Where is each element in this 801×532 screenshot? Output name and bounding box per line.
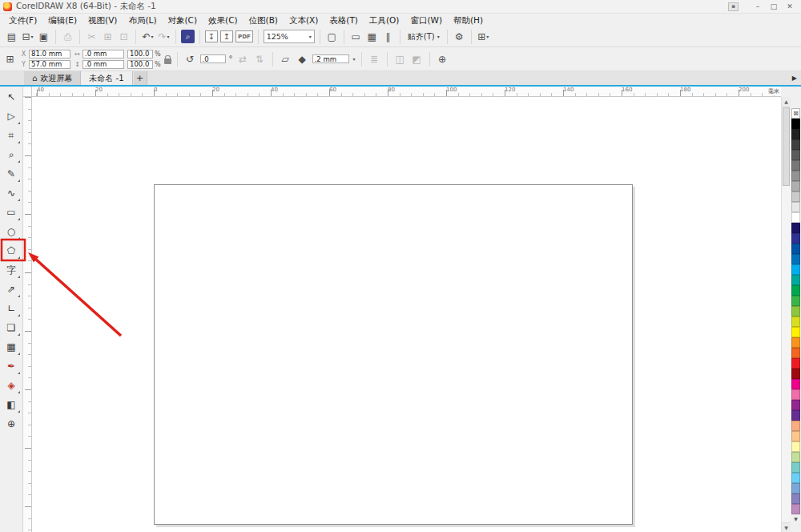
menu-item[interactable]: 文件(F) — [3, 14, 42, 26]
pick-tool[interactable]: ↖ — [2, 88, 21, 106]
color-swatch[interactable] — [791, 337, 800, 348]
mirror-vertical-icon[interactable]: ⇅ — [253, 52, 267, 66]
color-swatch[interactable] — [791, 223, 800, 233]
color-swatch[interactable] — [791, 462, 800, 473]
color-swatch[interactable] — [791, 494, 800, 504]
cut-icon[interactable]: ✂ — [85, 30, 99, 44]
menu-item[interactable]: 编辑(E) — [42, 14, 83, 26]
menu-item[interactable]: 文本(X) — [284, 14, 324, 26]
color-swatch[interactable] — [791, 150, 800, 160]
customize-tool[interactable]: ⊕ — [2, 415, 21, 433]
scrollbar-thumb[interactable] — [783, 107, 790, 186]
undo-button[interactable]: ↶▾ — [141, 30, 155, 44]
menu-item[interactable]: 效果(C) — [203, 14, 244, 26]
dimension-tool[interactable]: ⇗ — [2, 280, 21, 298]
color-swatch[interactable] — [791, 473, 800, 483]
new-tab-button[interactable]: + — [134, 71, 147, 85]
menu-item[interactable]: 表格(T) — [324, 14, 364, 26]
menu-item[interactable]: 工具(O) — [364, 14, 405, 26]
color-swatch[interactable] — [791, 410, 800, 421]
lock-ratio-icon[interactable] — [164, 58, 171, 64]
color-swatch[interactable] — [791, 171, 800, 181]
search-content-icon[interactable]: ⌕ — [181, 30, 195, 43]
options-gear-icon[interactable]: ⚙ — [453, 30, 466, 44]
show-guidelines-icon[interactable]: ∥ — [381, 30, 395, 44]
color-swatch[interactable] — [791, 233, 800, 244]
menu-item[interactable]: 帮助(H) — [448, 14, 489, 26]
color-swatch[interactable] — [791, 327, 800, 337]
color-swatch[interactable] — [791, 358, 800, 369]
color-swatch[interactable] — [791, 306, 800, 316]
print-icon[interactable]: ⎙ — [61, 30, 74, 44]
app-launcher-button[interactable]: ⊞▾ — [477, 30, 490, 44]
export-icon[interactable]: ↥ — [220, 30, 233, 42]
color-swatch[interactable] — [791, 389, 800, 400]
menu-item[interactable]: 布局(L) — [123, 14, 162, 26]
snap-to-dropdown[interactable]: 贴齐(T)▾ — [405, 31, 442, 42]
color-swatch[interactable] — [791, 191, 800, 202]
shape-tool[interactable]: ▷ — [2, 107, 21, 125]
color-swatch[interactable] — [791, 369, 800, 379]
menu-item[interactable]: 窗口(W) — [405, 14, 448, 26]
text-tool[interactable]: 字 — [2, 261, 21, 279]
paste-icon[interactable]: ⊡ — [117, 30, 131, 44]
outline-width-field[interactable]: .2 mm — [312, 54, 349, 63]
document-page[interactable] — [154, 184, 633, 525]
color-swatch[interactable] — [791, 244, 800, 254]
menu-item[interactable]: 对象(C) — [163, 14, 203, 26]
horizontal-ruler[interactable]: 4020020406080100120140160180200 毫米 — [32, 87, 781, 97]
vertical-ruler[interactable] — [23, 97, 32, 532]
color-swatch[interactable] — [791, 483, 800, 494]
y-position-field[interactable]: 57.0 mm — [29, 60, 70, 69]
page-layout-icon[interactable]: ⊞ — [3, 52, 17, 66]
menu-item[interactable]: 位图(B) — [244, 14, 284, 26]
scale-x-field[interactable]: 100.0 — [127, 50, 153, 58]
drop-shadow-tool[interactable]: ❏ — [2, 319, 21, 337]
color-swatch[interactable] — [791, 421, 800, 431]
color-swatch[interactable] — [791, 441, 800, 452]
crop-tool[interactable]: ⌗ — [2, 127, 21, 144]
document-a-icon[interactable]: ◫ — [393, 52, 407, 66]
save-icon[interactable]: ▣ — [37, 30, 50, 44]
color-swatch[interactable] — [791, 296, 800, 306]
redo-button[interactable]: ↷▾ — [157, 30, 171, 44]
connector-tool[interactable]: ∟ — [2, 300, 21, 317]
ruler-origin-corner[interactable] — [23, 87, 32, 97]
color-swatch[interactable] — [791, 264, 800, 275]
caret-icon[interactable]: ▾ — [353, 56, 356, 62]
artistic-media-tool[interactable]: ∿ — [2, 184, 21, 202]
rectangle-tool[interactable]: ▭ — [2, 204, 21, 221]
x-position-field[interactable]: 81.0 mm — [29, 50, 70, 58]
mirror-horizontal-icon[interactable]: ⇄ — [236, 52, 250, 66]
import-icon[interactable]: ↧ — [205, 30, 218, 42]
color-swatch[interactable] — [791, 452, 800, 462]
color-swatch[interactable] — [791, 212, 800, 223]
tab-scroll-right-icon[interactable]: ▶ — [792, 75, 801, 82]
drawing-canvas[interactable] — [32, 97, 781, 532]
color-swatch[interactable] — [791, 379, 800, 389]
show-grid-icon[interactable]: ▦ — [365, 30, 379, 44]
copy-icon[interactable]: ⊞ — [101, 30, 115, 44]
color-swatch[interactable] — [791, 119, 800, 129]
vertical-scrollbar[interactable]: ▲ ▼ — [781, 97, 791, 532]
no-fill-swatch[interactable]: ⊠ — [791, 108, 800, 119]
document-b-icon[interactable]: ◩ — [410, 52, 424, 66]
color-swatch[interactable] — [791, 285, 800, 296]
new-document-icon[interactable]: ▤ — [5, 30, 18, 44]
scale-y-field[interactable]: 100.0 — [127, 60, 153, 69]
publish-pdf-icon[interactable]: PDF — [235, 30, 253, 42]
minimize-button[interactable]: – — [750, 1, 766, 13]
transparency-tool[interactable]: ▦ — [2, 338, 21, 356]
tab-document[interactable]: 未命名 -1 — [81, 71, 132, 85]
color-swatch[interactable] — [791, 181, 800, 191]
rotation-angle-field[interactable]: .0 — [200, 54, 226, 63]
open-file-button[interactable]: ⊟▾ — [21, 30, 34, 44]
wrap-text-icon[interactable]: ≣ — [368, 52, 381, 66]
color-swatch[interactable] — [791, 504, 800, 514]
scroll-up-icon[interactable]: ▲ — [782, 97, 791, 107]
scroll-down-icon[interactable]: ▼ — [782, 522, 791, 532]
color-swatch[interactable] — [791, 202, 800, 212]
smart-fill-tool[interactable]: ◧ — [2, 396, 21, 413]
color-swatch[interactable] — [791, 431, 800, 441]
zoom-tool[interactable]: ⌕ — [2, 146, 21, 163]
